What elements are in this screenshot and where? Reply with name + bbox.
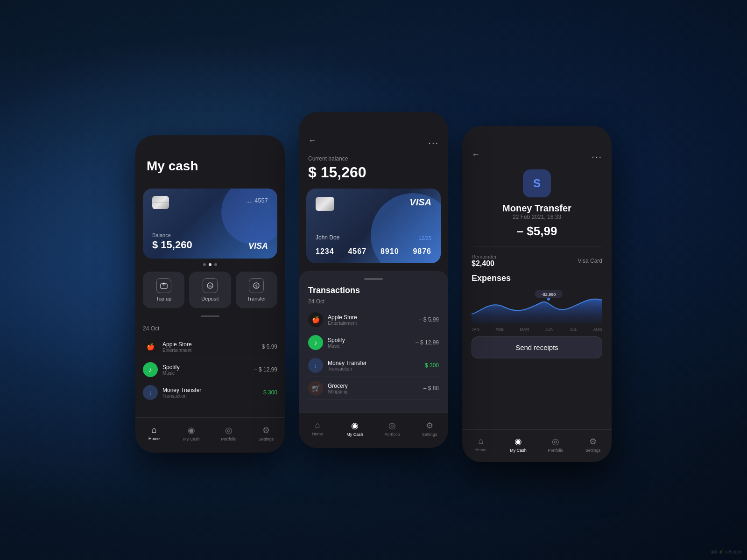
right-header: ← ... [462,126,612,166]
portfolio-icon: ◎ [552,436,559,447]
nav-mycash[interactable]: ◉ My Cash [500,433,537,453]
top-up-label: Top up [156,296,171,301]
transaction-category: Transaction [328,366,425,371]
nav-mycash[interactable]: ◉ My Cash [173,421,210,441]
nav-settings[interactable]: ⚙ Settings [411,417,448,437]
transfer-icon: $ [249,278,264,293]
big-card-expiry: 12/25 [418,235,431,241]
center-header: ← ... [299,112,448,152]
transaction-info: Spotify Music [328,337,416,349]
divider [472,246,602,246]
chart-months: JAN FEB MAR JUN JUL AUG [472,325,602,333]
phone-center: ← ... Current balance $ 15,260 VISA John… [299,112,448,448]
nav-portfolio[interactable]: ◎ Portfolio [210,421,247,441]
svg-text:$: $ [255,284,258,288]
transaction-item: ♪ Spotify Music – $ 12,99 [308,331,439,354]
transaction-name: Grocery [328,383,423,389]
month-jun: JUN [545,327,554,332]
transactions-title: Transactions [308,286,439,295]
transaction-info: Money Transfer Transaction [328,360,425,371]
month-feb: FEB [496,327,504,332]
nav-home[interactable]: ⌂ Home [462,433,500,453]
nav-mycash[interactable]: ◉ My Cash [336,417,374,437]
nav-mycash-label: My Cash [510,448,527,453]
transaction-info: Apple Store Entertainment [162,341,257,353]
transaction-category: Entertainment [328,321,419,326]
mycash-icon: ◉ [188,425,195,435]
nav-home-label: Home [475,448,486,452]
transaction-info: Grocery Shopping [328,383,423,394]
more-button[interactable]: ... [428,135,439,146]
card-chip [152,196,169,209]
transaction-amount: $ 300 [263,389,277,396]
left-header: My cash [135,135,285,189]
transaction-category: Shopping [328,389,423,394]
transaction-item: 🍎 Apple Store Entertainment – $ 5,99 [308,308,439,331]
top-up-button[interactable]: Top up [143,272,184,308]
big-card-brand: VISA [409,197,431,208]
nav-settings[interactable]: ⚙ Settings [574,433,612,453]
nav-home[interactable]: ⌂ Home [299,417,336,437]
card-num-2: 4567 [348,247,366,256]
nav-settings-label: Settings [422,432,437,437]
nav-settings[interactable]: ⚙ Settings [247,421,285,441]
transfer-label: Transfer [247,296,266,301]
transaction-amount: – $ 5,99 [419,316,439,323]
remainder-label: Remainder $2,400 [472,254,497,268]
portfolio-icon: ◎ [225,425,233,435]
transaction-name: Money Transfer [162,387,263,393]
mycash-icon: ◉ [351,420,359,431]
transaction-item: ↓ Money Transfer Transaction $ 300 [143,381,277,404]
page-title: My cash [147,159,274,174]
card-num-4: 9876 [413,247,431,256]
nav-settings-label: Settings [259,437,274,441]
transaction-amount: $ 300 [425,362,439,369]
deposit-label: Deposit [201,296,218,301]
month-jul: JUL [570,327,577,332]
send-receipts-button[interactable]: Send receipts [472,336,602,358]
nav-portfolio[interactable]: ◎ Portfolio [537,433,574,453]
chart-svg: -$2,990 [472,286,602,323]
panel-handle [364,278,383,280]
mycash-icon: ◉ [514,436,522,447]
remainder-card: Visa Card [578,258,602,264]
month-jan: JAN [472,327,479,332]
back-button[interactable]: ← [472,150,480,160]
phone-left: My cash .... 4557 Balance $ 15,260 VISA [135,135,285,453]
transaction-category: Music [162,371,254,376]
action-buttons: Top up % Deposit $ Transfe [135,266,285,314]
remainder-row: Remainder $2,400 Visa Card [472,252,602,270]
spotify-icon: ♪ [308,335,323,350]
card-dot-2 [209,263,211,266]
big-card-number: 1234 4567 8910 9876 [316,247,431,256]
phones-container: My cash .... 4557 Balance $ 15,260 VISA [135,98,612,462]
transaction-section: 24 Oct 🍎 Apple Store Entertainment – $ 5… [135,322,285,408]
big-credit-card[interactable]: VISA John Doe 12/25 1234 4567 8910 9876 [306,189,441,263]
back-button[interactable]: ← [308,136,317,146]
transaction-category: Transaction [162,393,263,399]
nav-settings-label: Settings [585,448,601,453]
more-button[interactable]: ... [592,149,602,160]
transaction-amount: – $ 5,99 [257,343,277,350]
transaction-name: Spotify [162,364,254,371]
center-bottom-nav: ⌂ Home ◉ My Cash ◎ Portfolio ⚙ Settings [299,413,448,448]
transfer-button[interactable]: $ Transfer [236,272,277,308]
transaction-category: Entertainment [162,348,257,353]
section-date: 24 Oct [308,298,439,305]
section-date: 24 Oct [143,325,277,332]
nav-portfolio-label: Portfolio [221,437,236,441]
transaction-item: ♪ Spotify Music – $ 12,99 [143,358,277,381]
transaction-category: Music [328,343,416,349]
transfer-icon: ↓ [143,385,158,400]
deposit-button[interactable]: % Deposit [189,272,231,308]
transaction-name: Money Transfer [328,360,425,366]
credit-card[interactable]: .... 4557 Balance $ 15,260 VISA [143,189,277,259]
deposit-icon: % [203,278,218,293]
nav-mycash-label: My Cash [346,432,363,437]
portfolio-icon: ◎ [388,420,396,431]
home-icon: ⌂ [152,425,157,435]
big-card-chip [316,197,334,211]
nav-portfolio-label: Portfolio [384,432,400,437]
nav-portfolio[interactable]: ◎ Portfolio [374,417,411,437]
nav-home[interactable]: ⌂ Home [135,421,173,441]
